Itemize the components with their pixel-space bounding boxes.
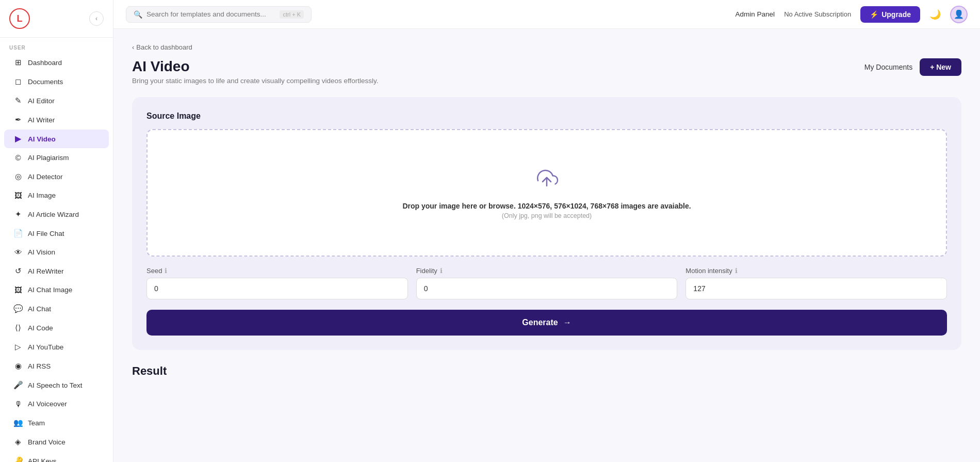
search-box[interactable]: 🔍 ctrl + K	[126, 6, 312, 23]
sidebar-item-label-ai-youtube: AI YouTube	[28, 343, 63, 351]
sidebar-item-ai-writer[interactable]: ✒AI Writer	[4, 110, 109, 129]
upgrade-icon: ⚡	[870, 10, 878, 19]
content-area: ‹ Back to dashboard AI Video Bring your …	[113, 29, 980, 462]
generate-button[interactable]: Generate →	[146, 310, 947, 336]
ai-detector-icon: ◎	[13, 172, 23, 181]
ai-video-icon: ▶	[13, 134, 23, 144]
sidebar-item-documents[interactable]: ◻Documents	[4, 72, 109, 91]
documents-icon: ◻	[13, 77, 23, 86]
ai-youtube-icon: ▷	[13, 342, 23, 352]
sidebar-item-ai-vision[interactable]: 👁AI Vision	[4, 243, 109, 261]
no-subscription-badge: No Active Subscription	[784, 10, 851, 18]
ai-code-icon: ⟨⟩	[13, 323, 23, 332]
sidebar-item-ai-plagiarism[interactable]: ©AI Plagiarism	[4, 149, 109, 167]
sidebar-item-label-api-keys: API Keys	[28, 457, 57, 463]
sidebar-item-ai-youtube[interactable]: ▷AI YouTube	[4, 338, 109, 356]
sidebar-item-ai-rss[interactable]: ◉AI RSS	[4, 357, 109, 375]
sidebar-item-ai-rewriter[interactable]: ↺AI ReWriter	[4, 262, 109, 280]
sidebar-item-label-ai-rss: AI RSS	[28, 362, 51, 370]
sidebar-item-ai-code[interactable]: ⟨⟩AI Code	[4, 318, 109, 337]
sidebar-item-ai-detector[interactable]: ◎AI Detector	[4, 167, 109, 186]
image-upload-zone[interactable]: Drop your image here or browse. 1024×576…	[146, 129, 947, 257]
back-label: Back to dashboard	[136, 43, 192, 51]
sidebar-item-label-ai-detector: AI Detector	[28, 173, 63, 181]
search-input[interactable]	[146, 10, 275, 18]
logo-icon: L	[9, 8, 30, 29]
sidebar-item-label-ai-plagiarism: AI Plagiarism	[28, 154, 69, 162]
fidelity-info-icon: ℹ	[440, 267, 443, 275]
brand-voice-icon: ◈	[13, 437, 23, 447]
sidebar-item-ai-chat-image[interactable]: 🖼AI Chat Image	[4, 281, 109, 299]
main-content: 🔍 ctrl + K Admin Panel No Active Subscri…	[113, 0, 980, 462]
upgrade-button[interactable]: ⚡ Upgrade	[860, 6, 920, 23]
seed-field-group: Seed ℹ	[146, 267, 408, 299]
motion-input[interactable]	[685, 278, 947, 299]
sidebar-item-label-ai-code: AI Code	[28, 324, 53, 332]
fields-row: Seed ℹ Fidelity ℹ Motion intensity ℹ	[146, 267, 947, 299]
sidebar-item-ai-video[interactable]: ▶AI Video	[4, 130, 109, 148]
api-keys-icon: 🔑	[13, 456, 23, 462]
ai-plagiarism-icon: ©	[13, 153, 23, 162]
motion-label: Motion intensity ℹ	[685, 267, 947, 275]
topbar: 🔍 ctrl + K Admin Panel No Active Subscri…	[113, 0, 980, 29]
page-title: AI Video	[132, 58, 378, 75]
sidebar-item-label-ai-chat-image: AI Chat Image	[28, 286, 72, 294]
upload-sub-text: (Only jpg, png will be accepted)	[502, 212, 592, 219]
ai-vision-icon: 👁	[13, 248, 23, 257]
ai-chat-icon: 💬	[13, 304, 23, 313]
sidebar-item-label-ai-video: AI Video	[28, 135, 56, 143]
ai-speech-icon: 🎤	[13, 380, 23, 390]
sidebar-item-brand-voice[interactable]: ◈Brand Voice	[4, 433, 109, 451]
sidebar-item-ai-article-wizard[interactable]: ✦AI Article Wizard	[4, 205, 109, 224]
sidebar-item-team[interactable]: 👥Team	[4, 413, 109, 432]
page-subtitle: Bring your static images to life and cre…	[132, 77, 378, 85]
ai-file-chat-icon: 📄	[13, 229, 23, 238]
page-title-block: AI Video Bring your static images to lif…	[132, 58, 378, 85]
ai-writer-icon: ✒	[13, 115, 23, 124]
my-documents-link[interactable]: My Documents	[864, 63, 912, 71]
ai-voiceover-icon: 🎙	[13, 400, 23, 408]
sidebar-item-dashboard[interactable]: ⊞Dashboard	[4, 53, 109, 72]
sidebar-item-label-ai-voiceover: AI Voiceover	[28, 400, 67, 408]
generate-label: Generate	[522, 318, 558, 327]
sidebar-item-label-dashboard: Dashboard	[28, 59, 62, 67]
page-header: AI Video Bring your static images to lif…	[132, 58, 961, 85]
search-icon: 🔍	[134, 10, 142, 19]
upload-main-text: Drop your image here or browse. 1024×576…	[402, 202, 691, 210]
seed-input[interactable]	[146, 278, 408, 299]
fidelity-field-group: Fidelity ℹ	[416, 267, 678, 299]
search-shortcut: ctrl + K	[280, 10, 304, 19]
dark-mode-toggle[interactable]: 🌙	[929, 9, 941, 20]
result-title: Result	[132, 364, 961, 378]
sidebar-item-ai-editor[interactable]: ✎AI Editor	[4, 91, 109, 110]
ai-rss-icon: ◉	[13, 361, 23, 371]
sidebar-item-label-ai-writer: AI Writer	[28, 116, 55, 124]
admin-panel-link[interactable]: Admin Panel	[736, 10, 775, 18]
sidebar-item-ai-chat[interactable]: 💬AI Chat	[4, 299, 109, 318]
seed-label: Seed ℹ	[146, 267, 408, 275]
sidebar-nav: ⊞Dashboard◻Documents✎AI Editor✒AI Writer…	[0, 53, 113, 462]
back-chevron-icon: ‹	[132, 43, 134, 51]
sidebar-item-api-keys[interactable]: 🔑API Keys	[4, 452, 109, 462]
avatar[interactable]: 👤	[950, 6, 968, 23]
ai-chat-image-icon: 🖼	[13, 285, 23, 294]
topbar-right: Admin Panel No Active Subscription ⚡ Upg…	[736, 6, 968, 23]
new-button[interactable]: + New	[920, 58, 961, 76]
sidebar-item-label-team: Team	[28, 419, 45, 427]
sidebar-item-label-ai-vision: AI Vision	[28, 248, 55, 256]
sidebar-item-ai-voiceover[interactable]: 🎙AI Voiceover	[4, 395, 109, 413]
seed-info-icon: ℹ	[165, 267, 167, 275]
ai-image-icon: 🖼	[13, 191, 23, 200]
sidebar-item-ai-speech[interactable]: 🎤AI Speech to Text	[4, 376, 109, 394]
sidebar-item-label-ai-rewriter: AI ReWriter	[28, 267, 64, 275]
upgrade-label: Upgrade	[881, 10, 911, 19]
sidebar-logo: L ‹	[0, 0, 113, 38]
sidebar-collapse-button[interactable]: ‹	[89, 11, 104, 26]
back-to-dashboard-link[interactable]: ‹ Back to dashboard	[132, 43, 961, 51]
generate-arrow-icon: →	[563, 318, 571, 327]
page-header-actions: My Documents + New	[864, 58, 961, 76]
fidelity-input[interactable]	[416, 278, 678, 299]
sidebar-item-ai-image[interactable]: 🖼AI Image	[4, 186, 109, 204]
sidebar-item-ai-file-chat[interactable]: 📄AI File Chat	[4, 224, 109, 243]
source-image-label: Source Image	[146, 111, 947, 121]
